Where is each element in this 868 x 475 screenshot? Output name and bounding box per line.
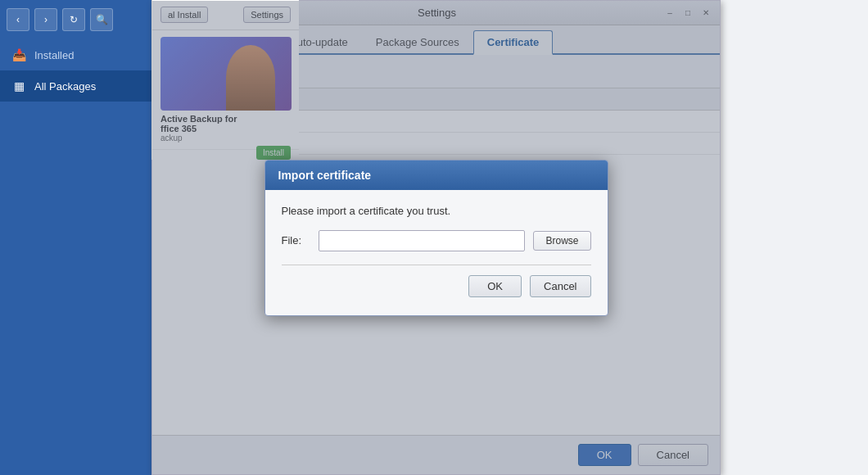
modal-header: Import certificate: [265, 161, 608, 190]
modal-overlay: Import certificate Please import a certi…: [152, 1, 720, 474]
refresh-button[interactable]: ↻: [62, 8, 85, 31]
modal-footer: OK Cancel: [282, 275, 591, 301]
main-panel: Settings – □ ✕ General Beta: [151, 0, 868, 475]
back-button[interactable]: ‹: [7, 8, 29, 31]
content-area: ‹ › ↻ 🔍 📥 Installed ▦ All Packages S: [0, 0, 868, 475]
search-button[interactable]: 🔍: [90, 8, 113, 31]
modal-ok-button[interactable]: OK: [468, 275, 522, 297]
sidebar-nav-top: ‹ › ↻ 🔍: [0, 8, 151, 39]
file-label: File:: [282, 234, 310, 247]
modal-divider: [282, 265, 591, 265]
sidebar-item-installed-label: Installed: [34, 49, 74, 61]
sidebar-item-all-packages-label: All Packages: [34, 80, 96, 93]
file-field: File: Browse: [282, 230, 591, 251]
modal-cancel-button[interactable]: Cancel: [530, 275, 590, 297]
all-packages-icon: ▦: [11, 79, 26, 93]
modal-body: Please import a certificate you trust. F…: [265, 190, 608, 315]
installed-icon: 📥: [11, 48, 26, 62]
sidebar: ‹ › ↻ 🔍 📥 Installed ▦ All Packages: [0, 0, 151, 475]
import-certificate-dialog: Import certificate Please import a certi…: [264, 160, 608, 316]
forward-button[interactable]: ›: [34, 8, 57, 31]
file-input[interactable]: [319, 230, 526, 251]
browse-button[interactable]: Browse: [533, 231, 590, 251]
sidebar-item-all-packages[interactable]: ▦ All Packages: [0, 70, 151, 102]
modal-title: Import certificate: [278, 169, 372, 182]
modal-description: Please import a certificate you trust.: [282, 205, 591, 217]
settings-window: Settings – □ ✕ General Beta: [151, 0, 721, 475]
sidebar-item-installed[interactable]: 📥 Installed: [0, 39, 151, 70]
app-window: ‹ › ↻ 🔍 📥 Installed ▦ All Packages S: [0, 0, 868, 475]
